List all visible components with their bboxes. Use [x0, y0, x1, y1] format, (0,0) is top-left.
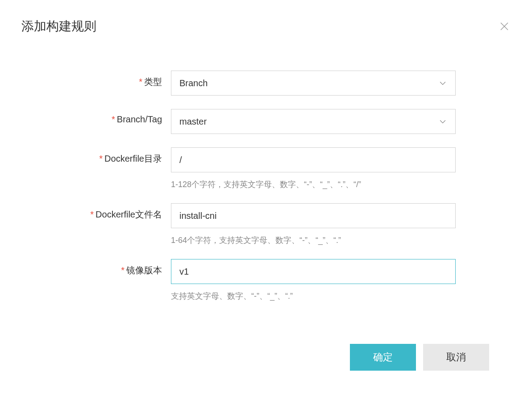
required-mark: * [112, 114, 115, 124]
dialog-add-build-rule: 添加构建规则 *类型 Branch *B [0, 0, 532, 389]
close-button[interactable] [498, 20, 511, 33]
label-branch-tag: *Branch/Tag [39, 109, 171, 125]
input-image-version[interactable] [171, 259, 456, 284]
dialog-footer: 确定 取消 [21, 344, 511, 371]
hint-image-version: 支持英文字母、数字、“-”、“_”、“.” [171, 291, 456, 301]
form-row-dockerfile-dir: *Dockerfile目录 1-128个字符，支持英文字母、数字、“-”、“_”… [39, 147, 511, 190]
confirm-button[interactable]: 确定 [350, 344, 416, 371]
label-dockerfile-dir: *Dockerfile目录 [39, 147, 171, 165]
control-wrap-dockerfile-name: 1-64个字符，支持英文字母、数字、“-”、“_”、“.” [171, 203, 456, 246]
label-type: *类型 [39, 71, 171, 88]
select-type-value: Branch [179, 78, 438, 88]
form-row-branch-tag: *Branch/Tag master [39, 109, 511, 134]
label-dockerfile-name: *Dockerfile文件名 [39, 203, 171, 221]
dialog-title: 添加构建规则 [21, 18, 96, 35]
form: *类型 Branch *Branch/Tag master [21, 71, 511, 301]
input-dockerfile-dir[interactable] [171, 147, 456, 172]
control-wrap-dockerfile-dir: 1-128个字符，支持英文字母、数字、“-”、“_”、“.”、“/” [171, 147, 456, 190]
hint-dockerfile-name: 1-64个字符，支持英文字母、数字、“-”、“_”、“.” [171, 235, 456, 246]
cancel-button[interactable]: 取消 [423, 344, 489, 371]
required-mark: * [90, 209, 94, 219]
form-row-dockerfile-name: *Dockerfile文件名 1-64个字符，支持英文字母、数字、“-”、“_”… [39, 203, 511, 246]
control-wrap-branch-tag: master [171, 109, 456, 134]
control-wrap-type: Branch [171, 71, 456, 96]
form-row-type: *类型 Branch [39, 71, 511, 96]
dialog-header: 添加构建规则 [21, 18, 511, 35]
chevron-down-icon [438, 117, 447, 126]
select-branch-tag-value: master [179, 117, 438, 127]
select-type[interactable]: Branch [171, 71, 456, 96]
required-mark: * [99, 154, 103, 163]
select-branch-tag[interactable]: master [171, 109, 456, 134]
chevron-down-icon [438, 79, 447, 88]
label-image-version: *镜像版本 [39, 259, 171, 276]
required-mark: * [121, 265, 125, 275]
required-mark: * [139, 77, 142, 87]
form-row-image-version: *镜像版本 支持英文字母、数字、“-”、“_”、“.” [39, 259, 511, 301]
control-wrap-image-version: 支持英文字母、数字、“-”、“_”、“.” [171, 259, 456, 301]
close-icon [499, 21, 510, 32]
input-dockerfile-name[interactable] [171, 203, 456, 228]
hint-dockerfile-dir: 1-128个字符，支持英文字母、数字、“-”、“_”、“.”、“/” [171, 179, 456, 190]
